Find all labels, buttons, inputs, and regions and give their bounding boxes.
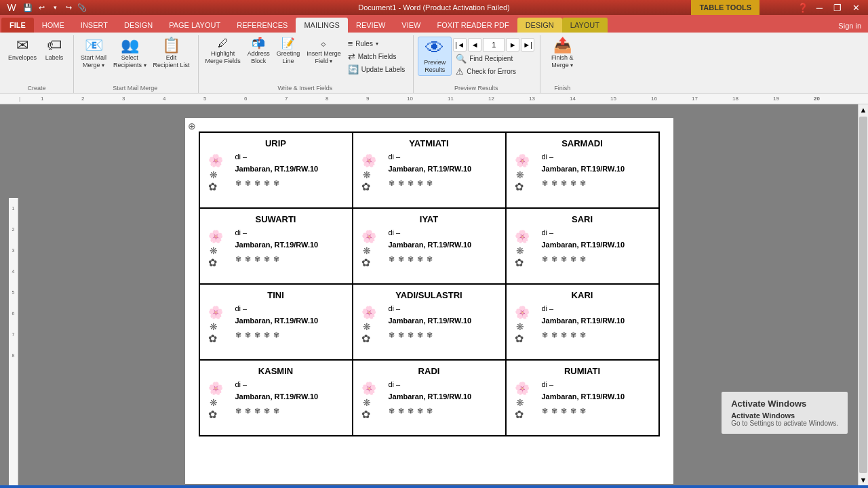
label-body: 🌸 ❋ ✿ di – Jambaran, RT.19/RW.10 ✾ ✾ ✾ ✾…	[513, 151, 652, 202]
label-body: 🌸 ❋ ✿ di – Jambaran, RT.19/RW.10 ✾ ✾ ✾ ✾…	[360, 227, 498, 278]
tab-insert[interactable]: INSERT	[73, 18, 116, 33]
label-cell: RADI 🌸 ❋ ✿ di – Jambaran, RT.19/RW.10 ✾ …	[353, 360, 506, 436]
preview-results-btn[interactable]: 👁 PreviewResults	[418, 37, 452, 76]
highlight-merge-fields-btn[interactable]: 🖊 HighlightMerge Fields	[203, 37, 243, 66]
first-record-btn[interactable]: |◄	[453, 38, 467, 52]
svg-text:🌸: 🌸	[361, 381, 377, 396]
help-icon[interactable]: ❓	[797, 3, 808, 13]
table-tools-banner: TABLE TOOLS	[691, 0, 760, 15]
quick-access-toolbar: W 💾 ↩ ▾ ↪ 📎	[5, 1, 88, 14]
svg-text:🌸: 🌸	[515, 381, 530, 396]
ribbon-tab-bar: FILE HOME INSERT DESIGN PAGE LAYOUT REFE…	[0, 15, 868, 33]
label-address: Jambaran, RT.19/RW.10	[235, 163, 345, 176]
greeting-icon: 📝	[281, 38, 295, 49]
label-name: IYAT	[360, 214, 498, 224]
minimize-btn[interactable]: ─	[814, 3, 825, 13]
greeting-line-btn[interactable]: 📝 GreetingLine	[274, 37, 303, 66]
ribbon-group-finish: 📤 Finish &Merge ▾ Finish	[542, 35, 585, 93]
close-btn[interactable]: ✕	[850, 3, 863, 13]
label-name: SARI	[513, 214, 652, 224]
scroll-down-btn[interactable]: ▼	[859, 474, 868, 485]
address-block-btn[interactable]: 📬 AddressBlock	[245, 37, 273, 66]
floral-bottom-row: ✾ ✾ ✾ ✾ ✾	[389, 253, 498, 266]
check-errors-btn[interactable]: ⚠ Check for Errors	[453, 66, 534, 77]
floral-bottom-row: ✾ ✾ ✾ ✾ ✾	[542, 178, 652, 190]
write-insert-label: Write & Insert Fields	[203, 85, 408, 93]
label-text: di – Jambaran, RT.19/RW.10 ✾ ✾ ✾ ✾ ✾	[389, 227, 498, 266]
label-body: 🌸 ❋ ✿ di – Jambaran, RT.19/RW.10 ✾ ✾ ✾ ✾…	[360, 379, 498, 430]
tab-foxit[interactable]: FOXIT READER PDF	[429, 18, 517, 33]
update-labels-btn[interactable]: 🔄 Update Labels	[345, 64, 408, 75]
record-number-input[interactable]	[483, 38, 505, 52]
tab-design[interactable]: DESIGN	[116, 18, 161, 33]
restore-btn[interactable]: ❐	[831, 3, 844, 13]
scroll-thumb[interactable]	[859, 117, 867, 473]
insert-merge-field-btn[interactable]: ⬦ Insert MergeField ▾	[304, 37, 344, 66]
last-record-btn[interactable]: ►|	[521, 38, 534, 52]
tab-review[interactable]: REVIEW	[348, 18, 393, 33]
floral-decoration: 🌸 ❋ ✿	[207, 303, 233, 354]
update-labels-icon: 🔄	[348, 64, 359, 75]
label-di: di –	[235, 227, 345, 239]
customize-btn[interactable]: 📎	[76, 1, 88, 14]
label-cell: IYAT 🌸 ❋ ✿ di – Jambaran, RT.19/RW.10 ✾ …	[353, 208, 506, 284]
svg-text:❋: ❋	[363, 245, 371, 256]
prev-record-btn[interactable]: ◄	[468, 38, 481, 52]
label-name: KASMIN	[207, 366, 345, 376]
floral-bottom-row: ✾ ✾ ✾ ✾ ✾	[389, 405, 498, 418]
find-icon: 🔍	[456, 54, 467, 64]
label-cell: SUWARTI 🌸 ❋ ✿ di – Jambaran, RT.19/RW.10…	[199, 208, 353, 284]
tab-file[interactable]: FILE	[1, 18, 34, 33]
label-di: di –	[389, 227, 498, 239]
svg-text:❋: ❋	[516, 397, 524, 408]
undo-arrow[interactable]: ▾	[49, 1, 61, 14]
svg-text:✿: ✿	[515, 181, 524, 192]
tab-mailings[interactable]: MAILINGS	[296, 18, 348, 33]
label-address: Jambaran, RT.19/RW.10	[235, 315, 345, 327]
floral-decoration: 🌸 ❋ ✿	[513, 303, 539, 354]
label-text: di – Jambaran, RT.19/RW.10 ✾ ✾ ✾ ✾ ✾	[235, 303, 345, 342]
check-errors-icon: ⚠	[456, 66, 464, 77]
floral-bottom-row: ✾ ✾ ✾ ✾ ✾	[389, 329, 498, 342]
finish-merge-btn[interactable]: 📤 Finish &Merge ▾	[545, 37, 580, 70]
select-recipients-icon: 👥	[121, 38, 139, 53]
svg-text:✿: ✿	[208, 409, 217, 420]
svg-text:🌸: 🌸	[361, 305, 377, 320]
svg-text:✿: ✿	[361, 257, 370, 268]
labels-btn[interactable]: 🏷 Labels	[41, 37, 68, 63]
tab-design-tools[interactable]: DESIGN	[517, 18, 562, 33]
svg-text:❋: ❋	[516, 245, 524, 256]
start-mail-merge-btn[interactable]: 📧 Start MailMerge ▾	[78, 37, 109, 70]
tab-layout[interactable]: LAYOUT	[562, 18, 608, 33]
preview-icon: 👁	[425, 39, 444, 58]
floral-decoration: 🌸 ❋ ✿	[360, 151, 386, 202]
redo-btn[interactable]: ↪	[62, 1, 75, 14]
rules-btn[interactable]: ≡ Rules ▾	[345, 38, 408, 49]
next-record-btn[interactable]: ►	[506, 38, 519, 52]
svg-text:❋: ❋	[210, 245, 218, 256]
word-icon: W	[5, 1, 18, 14]
label-cell: TINI 🌸 ❋ ✿ di – Jambaran, RT.19/RW.10 ✾ …	[199, 284, 353, 360]
label-address: Jambaran, RT.19/RW.10	[389, 163, 498, 176]
select-recipients-btn[interactable]: 👥 SelectRecipients ▾	[111, 37, 149, 70]
tab-home[interactable]: HOME	[34, 18, 73, 33]
undo-btn[interactable]: ↩	[35, 1, 47, 14]
tab-references[interactable]: REFERENCES	[229, 18, 296, 33]
sign-in-btn[interactable]: Sign in	[831, 19, 868, 33]
label-text: di – Jambaran, RT.19/RW.10 ✾ ✾ ✾ ✾ ✾	[235, 151, 345, 190]
envelopes-btn[interactable]: ✉ Envelopes	[5, 37, 39, 63]
tab-page-layout[interactable]: PAGE LAYOUT	[161, 18, 229, 33]
label-cell: SARI 🌸 ❋ ✿ di – Jambaran, RT.19/RW.10 ✾ …	[506, 208, 659, 284]
anchor-icon[interactable]: ⊕	[188, 121, 196, 131]
address-icon: 📬	[252, 38, 265, 49]
match-fields-btn[interactable]: ⇄ Match Fields	[345, 51, 408, 62]
label-grid: URIP 🌸 ❋ ✿ di – Jambaran, RT.19/RW.10 ✾ …	[199, 131, 660, 436]
labels-icon: 🏷	[47, 38, 62, 53]
vertical-scrollbar[interactable]: ▲ ▼	[858, 104, 868, 485]
find-recipient-btn[interactable]: 🔍 Find Recipient	[453, 53, 534, 64]
scroll-up-btn[interactable]: ▲	[859, 104, 868, 115]
edit-recipient-list-btn[interactable]: 📋 EditRecipient List	[151, 37, 193, 70]
svg-text:❋: ❋	[210, 169, 218, 180]
save-btn[interactable]: 💾	[22, 1, 34, 14]
tab-view[interactable]: VIEW	[393, 18, 429, 33]
